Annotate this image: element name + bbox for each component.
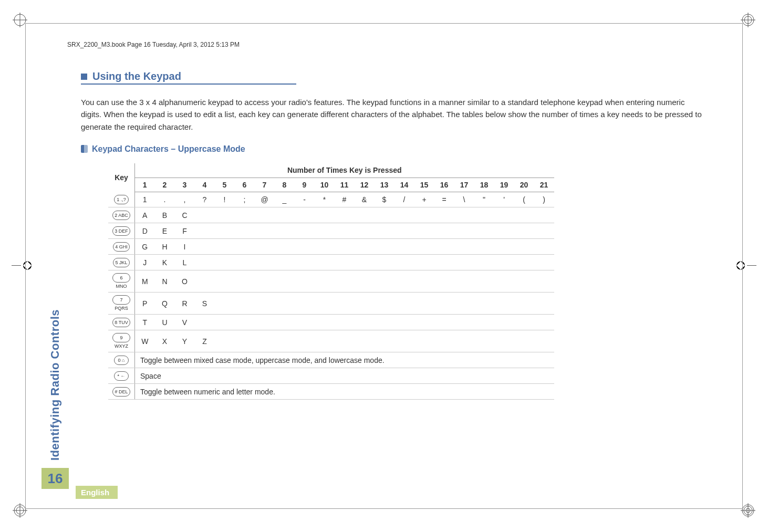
subsection-title-text: Keypad Characters – Uppercase Mode — [92, 144, 245, 154]
table-cell: E — [155, 223, 175, 239]
table-cell — [514, 223, 534, 239]
table-cell: V — [175, 315, 195, 330]
keycap-icon: 7 PQRS — [112, 295, 130, 305]
table-cell — [255, 255, 275, 270]
table-cell — [474, 207, 494, 223]
table-cell — [454, 293, 474, 315]
table-cell — [355, 223, 375, 239]
table-cell — [335, 270, 355, 293]
section-heading: Using the Keypad — [81, 70, 705, 82]
table-cell — [195, 255, 215, 270]
table-cell: G — [135, 239, 155, 255]
keycap-cell: 3 DEF — [108, 223, 135, 239]
crop-mark-bottom-right-icon — [741, 503, 755, 519]
table-cell: L — [175, 255, 195, 270]
table-row: 9 WXYZWXYZ — [108, 330, 554, 352]
table-cell — [494, 223, 514, 239]
table-cell — [434, 293, 454, 315]
keycap-cell: # DEL — [108, 384, 135, 400]
table-cell: Q — [155, 293, 175, 315]
col-num: 19 — [494, 178, 514, 192]
col-num: 13 — [375, 178, 395, 192]
table-cell — [215, 330, 235, 352]
table-cell — [315, 239, 335, 255]
keycap-cell: 8 TUV — [108, 315, 135, 330]
keycap-icon: 0 ⌂ — [114, 356, 129, 365]
table-cell — [474, 330, 494, 352]
table-cell — [335, 293, 355, 315]
table-cell — [434, 255, 454, 270]
table-cell — [195, 223, 215, 239]
table-cell — [195, 270, 215, 293]
crop-mark-top-right-icon — [741, 13, 755, 29]
table-cell — [375, 239, 395, 255]
table-cell: P — [135, 293, 155, 315]
table-cell: N — [155, 270, 175, 293]
table-cell — [534, 315, 554, 330]
table-cell — [375, 293, 395, 315]
table-cell — [195, 207, 215, 223]
table-cell — [275, 223, 295, 239]
table-cell — [295, 207, 315, 223]
table-cell — [355, 255, 375, 270]
table-cell: , — [175, 192, 195, 207]
table-key-header: Key — [108, 163, 135, 192]
table-cell: ' — [494, 192, 514, 207]
table-column-numbers-row: 1 2 3 4 5 6 7 8 9 10 11 12 13 14 15 16 1 — [108, 178, 554, 192]
table-cell — [474, 315, 494, 330]
keycap-cell: 0 ⌂ — [108, 352, 135, 368]
table-cell — [534, 239, 554, 255]
table-cell — [295, 330, 315, 352]
table-cell — [255, 223, 275, 239]
table-note-cell: Space — [135, 368, 554, 384]
table-cell — [454, 223, 474, 239]
table-cell — [275, 207, 295, 223]
table-cell — [494, 330, 514, 352]
table-cell — [295, 270, 315, 293]
table-cell — [414, 330, 434, 352]
table-cell — [255, 270, 275, 293]
language-label: English — [76, 486, 118, 499]
col-num: 11 — [335, 178, 355, 192]
table-cell — [275, 239, 295, 255]
col-num: 14 — [395, 178, 414, 192]
table-cell — [315, 223, 335, 239]
table-cell: J — [135, 255, 155, 270]
sidebar-tab: Identifying Radio Controls 16 — [44, 195, 66, 489]
table-cell — [474, 270, 494, 293]
table-cell — [335, 223, 355, 239]
table-cell — [534, 330, 554, 352]
table-cell — [315, 315, 335, 330]
table-cell — [315, 330, 335, 352]
booklet-icon — [81, 145, 88, 153]
keycap-cell: 5 JKL — [108, 255, 135, 270]
table-cell: - — [295, 192, 315, 207]
col-num: 15 — [414, 178, 434, 192]
col-num: 18 — [474, 178, 494, 192]
keycap-cell: 4 GHI — [108, 239, 135, 255]
table-cell — [414, 223, 434, 239]
table-cell: 1 — [135, 192, 155, 207]
table-cell — [255, 315, 275, 330]
table-cell — [295, 255, 315, 270]
table-cell — [434, 223, 454, 239]
table-cell — [295, 223, 315, 239]
table-cell: @ — [255, 192, 275, 207]
table-cell — [454, 315, 474, 330]
table-cell — [335, 315, 355, 330]
col-num: 17 — [454, 178, 474, 192]
table-cell — [395, 207, 414, 223]
table-cell: & — [355, 192, 375, 207]
col-num: 7 — [255, 178, 275, 192]
table-cell: I — [175, 239, 195, 255]
table-cell — [235, 330, 255, 352]
table-row: 5 JKLJKL — [108, 255, 554, 270]
table-cell — [414, 270, 434, 293]
table-cell — [255, 330, 275, 352]
table-cell — [494, 315, 514, 330]
table-cell: _ — [275, 192, 295, 207]
table-body: 1 .,?1.,?!;@_-*#&$/+=\"'()2 ABCABC3 DEFD… — [108, 192, 554, 400]
table-cell — [375, 315, 395, 330]
table-row: 8 TUVTUV — [108, 315, 554, 330]
keycap-icon: 9 WXYZ — [112, 333, 130, 342]
